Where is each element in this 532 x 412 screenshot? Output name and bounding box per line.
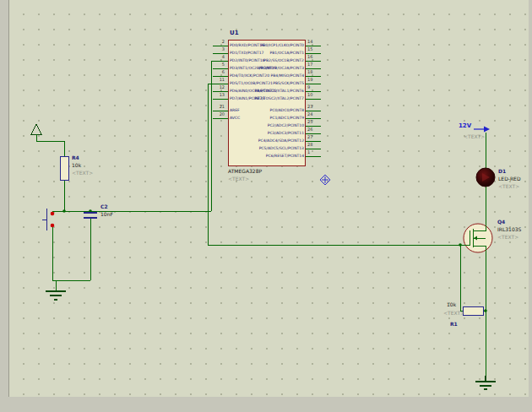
c2-value-label[interactable]: 10nF <box>100 211 113 217</box>
pin-name: PB0/ICP1/CLKO/PCINT0 <box>231 43 304 47</box>
resistor-r4[interactable] <box>60 156 68 180</box>
u1-text-label[interactable]: <TEXT> <box>228 176 249 182</box>
pin-name: PC4/ADC4/SDA/PCINT12 <box>231 138 304 143</box>
resistor-r1[interactable] <box>463 306 483 315</box>
pin-stub[interactable] <box>306 156 321 157</box>
junction-dot <box>62 209 66 213</box>
pin-number: 1 <box>307 149 321 154</box>
q4-value-label[interactable]: IRL3103S <box>497 226 521 232</box>
junction-dot <box>459 243 462 247</box>
input-terminal-icon[interactable] <box>31 124 41 134</box>
power-terminal-icon[interactable] <box>474 127 490 133</box>
r4-value-label[interactable]: 10k <box>72 162 81 168</box>
pin-stub[interactable] <box>213 99 228 100</box>
u1-ref-label[interactable]: U1 <box>230 30 239 36</box>
d1-ref-label[interactable]: D1 <box>498 168 506 174</box>
ground-icon[interactable] <box>475 376 496 389</box>
pin-name: PB1/OC1A/PCINT1 <box>231 51 304 55</box>
pin-name: PC6/RESET/PCINT14 <box>231 154 304 158</box>
pin-number: 23 <box>307 104 321 109</box>
pin-number: 27 <box>307 134 321 139</box>
pin-name: PB2/SS/OC1B/PCINT2 <box>231 58 304 62</box>
power-12v-label[interactable]: 12V <box>459 123 471 129</box>
origin-marker-icon <box>320 175 330 185</box>
mosfet-q4[interactable] <box>464 224 492 252</box>
pin-number: 17 <box>307 62 321 67</box>
pin-number: 10 <box>307 92 321 97</box>
r1-value-label[interactable]: 10k <box>447 301 456 307</box>
pin-stub[interactable] <box>213 118 228 119</box>
pin-name: PB7/TOSC2/XTAL2/PCINT7 <box>231 96 304 100</box>
power-text-label[interactable]: <TEXT> <box>464 133 485 139</box>
pin-name: PB4/MISO/PCINT4 <box>231 73 304 78</box>
u1-value-label[interactable]: ATMEGA328P <box>228 168 262 174</box>
pin-number: 12 <box>211 84 225 89</box>
sheet-bottom-margin <box>0 397 532 412</box>
pin-number: 20 <box>211 111 225 117</box>
pin-number: 19 <box>307 77 321 82</box>
pin-number: 14 <box>307 39 321 44</box>
sheet-left-margin <box>0 0 8 412</box>
pin-name: PB6/TOSC1/XTAL1/PCINT6 <box>231 89 304 93</box>
pin-name: PC3/ADC3/PCINT11 <box>231 131 304 135</box>
r1-text-label[interactable]: <TEXT> <box>443 310 464 316</box>
pin-number: 4 <box>211 54 225 59</box>
pin-number: 16 <box>307 54 321 59</box>
r4-ref-label[interactable]: R4 <box>72 154 79 160</box>
q4-ref-label[interactable]: Q4 <box>497 219 505 225</box>
pin-number: 11 <box>211 77 225 82</box>
pin-number: 5 <box>211 62 225 67</box>
pin-stub[interactable] <box>306 99 321 100</box>
q4-text-label[interactable]: <TEXT> <box>497 234 518 240</box>
pin-number: 13 <box>211 92 225 97</box>
d1-value-label[interactable]: LED-RED <box>498 176 521 182</box>
d1-text-label[interactable]: <TEXT> <box>498 183 519 189</box>
pin-name: PC1/ADC1/PCINT9 <box>231 116 304 120</box>
pin-number: 21 <box>211 104 225 109</box>
push-button[interactable] <box>42 209 54 230</box>
capacitor-c2[interactable] <box>84 213 97 218</box>
c2-ref-label[interactable]: C2 <box>100 203 108 209</box>
r4-text-label[interactable]: <TEXT> <box>72 170 93 176</box>
pin-number: 18 <box>307 69 321 74</box>
led-d1[interactable] <box>476 168 495 187</box>
pin-number: 28 <box>307 142 321 147</box>
pin-name: PC5/ADC5/SCL/PCINT13 <box>231 146 304 150</box>
pin-name: PB3/MOSI/OC2A/PCINT3 <box>231 66 304 70</box>
pin-name: PC0/ADC0/PCINT8 <box>231 108 304 112</box>
ground-icon[interactable] <box>46 291 66 300</box>
pin-name: PC2/ADC2/PCINT10 <box>231 123 304 127</box>
pin-number: 15 <box>307 46 321 52</box>
schematic-canvas: 2PD0/RXD/PCINT163PD1/TXD/PCINT174PD2/INT… <box>0 0 532 412</box>
pin-number: 2 <box>211 39 225 44</box>
pin-number: 6 <box>211 69 225 74</box>
pin-name: PB5/SCK/PCINT5 <box>231 81 304 85</box>
pin-number: 9 <box>307 84 321 89</box>
pin-number: 25 <box>307 119 321 124</box>
sheet-right-margin <box>529 0 532 412</box>
r1-ref-label[interactable]: R1 <box>450 321 458 327</box>
pin-number: 26 <box>307 127 321 132</box>
pin-number: 24 <box>307 111 321 117</box>
pin-number: 3 <box>211 46 225 52</box>
